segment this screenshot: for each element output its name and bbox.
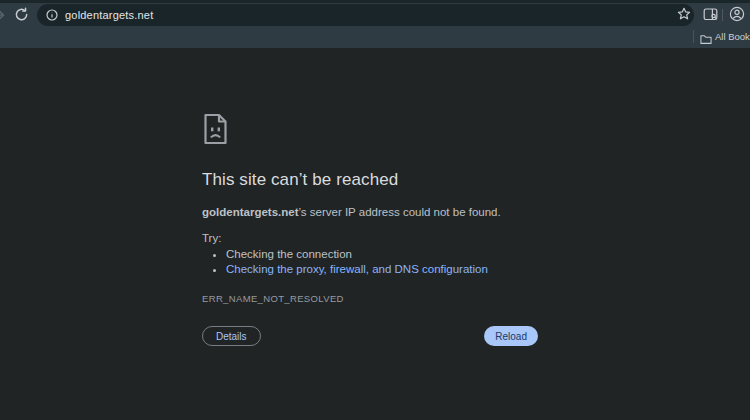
toolbar-divider <box>722 9 723 21</box>
folder-icon[interactable] <box>700 31 712 49</box>
details-button[interactable]: Details <box>202 326 261 346</box>
error-message-rest: ’s server IP address could not be found. <box>298 206 500 218</box>
network-settings-link[interactable]: Checking the proxy, firewall, and DNS co… <box>226 263 488 275</box>
side-panel-icon[interactable] <box>703 7 718 22</box>
bookmarks-bar-divider <box>693 30 694 43</box>
all-bookmarks-button[interactable]: All Bookmarks <box>715 31 750 42</box>
try-label: Try: <box>202 232 538 244</box>
browser-toolbar: goldentargets.net All Bookmarks <box>0 0 750 48</box>
sad-file-icon <box>202 131 229 148</box>
reload-icon[interactable] <box>14 7 29 22</box>
forward-icon[interactable] <box>0 8 8 22</box>
button-row: Details Reload <box>202 326 538 346</box>
suggestion-list: Checking the connection Checking the pro… <box>202 248 538 278</box>
error-page: This site can’t be reached goldentargets… <box>0 48 750 420</box>
error-code: ERR_NAME_NOT_RESOLVED <box>202 293 538 304</box>
address-bar[interactable]: goldentargets.net <box>37 4 694 26</box>
site-info-icon[interactable] <box>46 9 58 21</box>
reload-button[interactable]: Reload <box>484 326 538 346</box>
suggestion-text: Checking the connection <box>226 248 352 260</box>
tab-strip-edge <box>0 0 750 3</box>
error-title: This site can’t be reached <box>202 170 538 190</box>
error-content: This site can’t be reached goldentargets… <box>202 113 538 346</box>
list-item: Checking the proxy, firewall, and DNS co… <box>226 263 538 277</box>
bookmark-star-icon[interactable] <box>677 7 691 21</box>
profile-icon[interactable] <box>729 6 745 22</box>
error-domain: goldentargets.net <box>202 206 298 218</box>
error-message: goldentargets.net’s server IP address co… <box>202 205 538 221</box>
url-text[interactable]: goldentargets.net <box>65 9 153 21</box>
list-item: Checking the connection <box>226 248 538 262</box>
